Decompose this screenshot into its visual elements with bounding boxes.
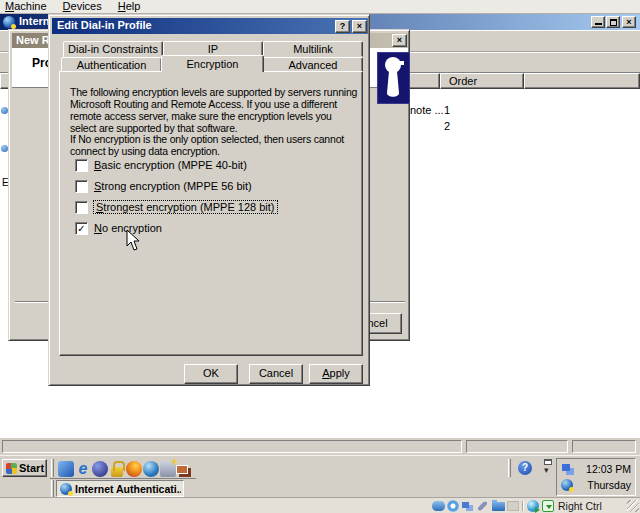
- network-icon[interactable]: [462, 502, 469, 508]
- help-tray-icon[interactable]: ?: [518, 461, 532, 475]
- column-header-order[interactable]: Order: [440, 73, 524, 89]
- policy-order-value: 1: [444, 104, 450, 116]
- internet-explorer-icon[interactable]: e: [75, 461, 91, 477]
- firefox-icon[interactable]: [126, 461, 142, 477]
- keyboard-capture-icon[interactable]: [542, 500, 554, 512]
- ias-window-icon: [3, 16, 15, 28]
- host-key-label: Right Ctrl: [558, 499, 602, 513]
- dialog-titlebar[interactable]: Edit Dial-in Profile ? ×: [52, 18, 368, 34]
- network-plus-icon[interactable]: [160, 461, 176, 477]
- encryption-tab-panel: The following encryption levels are supp…: [59, 71, 363, 356]
- statusbar-panel: [572, 440, 636, 453]
- usb-icon[interactable]: [477, 501, 488, 512]
- statusbar-separator: [522, 501, 523, 511]
- no-encryption-note-text: If No encryption is the only option sele…: [70, 133, 358, 157]
- cd-icon[interactable]: [447, 500, 459, 512]
- close-icon[interactable]: ×: [352, 20, 367, 33]
- chevron-down-icon: ▾: [544, 465, 549, 475]
- checkbox-box[interactable]: [75, 201, 88, 214]
- checkbox-label[interactable]: Strongest encryption (MPPE 128 bit): [94, 201, 277, 213]
- statusbar-panel: [2, 440, 462, 453]
- show-desktop-icon[interactable]: [176, 465, 188, 474]
- taskbar-row-divider: [50, 478, 196, 479]
- task-globe-icon: [60, 483, 72, 495]
- close-icon[interactable]: ×: [622, 16, 636, 28]
- ias-statusbar: [0, 437, 640, 455]
- mouse-integration-icon[interactable]: [527, 500, 539, 512]
- globe-tray-icon[interactable]: [561, 479, 573, 491]
- column-header-blank: [524, 73, 640, 89]
- ok-button[interactable]: OK: [184, 364, 238, 384]
- checkbox-label[interactable]: Basic encryption (MPPE 40-bit): [94, 159, 247, 171]
- tray-separator: [508, 459, 511, 477]
- menu-machine[interactable]: Machine: [0, 0, 55, 12]
- policy-key-graphic-icon: [377, 52, 410, 104]
- checkbox-box[interactable]: [75, 159, 88, 172]
- taskbar: Start e Internet Authenticati... ? ▾ 12:…: [0, 455, 640, 497]
- start-label: Start: [19, 460, 44, 476]
- lock-app-icon[interactable]: [111, 467, 123, 477]
- edit-dialin-profile-dialog: Edit Dial-in Profile ? × Dial-in Constra…: [48, 14, 370, 386]
- minimize-icon[interactable]: [591, 16, 605, 28]
- vbox-menubar: MachineDevicesHelp: [0, 0, 640, 14]
- mouse-cursor: [126, 229, 142, 255]
- hidden-icons-chevron[interactable]: ▾: [541, 459, 555, 477]
- globe-app-icon[interactable]: [92, 461, 108, 477]
- policy-order-value: 2: [444, 120, 450, 132]
- help-icon[interactable]: ?: [335, 20, 350, 33]
- tab-advanced[interactable]: Advanced: [263, 57, 363, 72]
- tray-clock-time: 12:03 PM: [586, 463, 631, 475]
- vbox-statusbar: Right Ctrl: [0, 497, 640, 513]
- cancel-button[interactable]: Cancel: [249, 364, 303, 384]
- windows-logo-icon: [6, 463, 17, 474]
- shared-folders-icon[interactable]: [492, 502, 505, 511]
- apply-button[interactable]: Apply: [309, 364, 363, 384]
- resize-grip[interactable]: [627, 500, 639, 512]
- virtualbox-vm-screen: MachineDevicesHelp Interne × Order E not…: [0, 0, 640, 513]
- start-button[interactable]: Start: [2, 459, 47, 477]
- hdd-icon[interactable]: [432, 501, 445, 511]
- tab-multilink[interactable]: Multilink: [263, 41, 363, 57]
- restore-icon[interactable]: [606, 16, 620, 28]
- menu-devices[interactable]: Devices: [55, 0, 110, 12]
- task-button-ias[interactable]: Internet Authenticati...: [56, 480, 184, 497]
- tree-globe-icon[interactable]: [1, 145, 8, 152]
- checkbox-box[interactable]: [75, 180, 88, 193]
- tab-authentication[interactable]: Authentication: [61, 57, 162, 72]
- encryption-info-text: The following encryption levels are supp…: [70, 86, 358, 134]
- checkbox-box[interactable]: ✓: [75, 222, 88, 235]
- tab-encryption-active[interactable]: Encryption: [161, 55, 264, 72]
- taskband-handle[interactable]: [51, 480, 54, 497]
- system-tray: 12:03 PM Thursday: [556, 458, 636, 496]
- policy-name-fragment: note ...: [410, 104, 444, 116]
- quicklaunch-handle[interactable]: [51, 459, 54, 477]
- tray-clock-day: Thursday: [587, 479, 631, 491]
- close-icon[interactable]: ×: [392, 34, 407, 47]
- network-tray-icon[interactable]: [562, 464, 570, 471]
- app-window-icon[interactable]: [58, 461, 74, 477]
- tab-dialin-constraints[interactable]: Dial-in Constraints: [63, 41, 163, 57]
- task-label: Internet Authenticati...: [75, 483, 181, 495]
- dialog-title: Edit Dial-in Profile: [57, 19, 152, 31]
- display-icon[interactable]: [507, 501, 519, 511]
- menu-help[interactable]: Help: [110, 0, 149, 12]
- tree-globe-icon[interactable]: [1, 107, 8, 114]
- sphere-app-icon[interactable]: [143, 461, 159, 477]
- checkbox-label[interactable]: Strong encryption (MPPE 56 bit): [94, 180, 252, 192]
- statusbar-panel: [466, 440, 568, 453]
